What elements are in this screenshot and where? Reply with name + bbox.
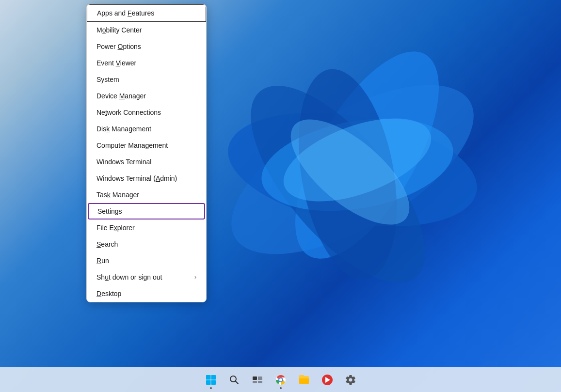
- desktop: Apps and Features Mobility Center Power …: [0, 0, 561, 392]
- taskbar-active-dot: [280, 387, 282, 389]
- paster-button[interactable]: [317, 369, 338, 391]
- start-button[interactable]: [200, 369, 222, 391]
- menu-item-label: Event Viewer: [96, 59, 136, 67]
- menu-item-label: Computer Management: [96, 141, 168, 149]
- menu-item-label: System: [96, 76, 119, 83]
- menu-item-settings[interactable]: Settings: [88, 203, 205, 220]
- svg-rect-14: [253, 376, 257, 380]
- chrome-icon: [275, 374, 287, 386]
- menu-item-apps-features[interactable]: Apps and Features: [87, 4, 206, 22]
- settings-taskbar-button[interactable]: [340, 369, 361, 391]
- svg-point-7: [274, 101, 426, 243]
- task-view-button[interactable]: [247, 369, 268, 391]
- svg-point-2: [267, 30, 467, 280]
- menu-item-desktop[interactable]: Desktop: [87, 285, 206, 302]
- menu-item-disk-management[interactable]: Disk Management: [87, 121, 206, 137]
- menu-item-run[interactable]: Run: [87, 252, 206, 269]
- svg-rect-8: [206, 375, 211, 380]
- menu-item-computer-management[interactable]: Computer Management: [87, 137, 206, 154]
- menu-item-task-manager[interactable]: Task Manager: [87, 187, 206, 203]
- svg-rect-15: [258, 376, 262, 380]
- search-taskbar-button[interactable]: [224, 369, 245, 391]
- context-menu: Apps and Features Mobility Center Power …: [86, 4, 207, 302]
- taskbar: [0, 367, 561, 392]
- submenu-arrow-icon: ›: [194, 274, 196, 281]
- menu-item-label: Search: [96, 240, 118, 248]
- search-icon: [229, 375, 240, 385]
- svg-rect-10: [206, 380, 211, 385]
- windows-logo-icon: [205, 374, 217, 386]
- svg-point-3: [221, 59, 455, 310]
- svg-point-4: [254, 105, 460, 225]
- menu-item-label: File Explorer: [96, 224, 135, 232]
- menu-item-label: Device Manager: [96, 92, 146, 100]
- svg-line-13: [235, 381, 238, 384]
- menu-item-label: Task Manager: [96, 191, 139, 199]
- menu-item-label: Desktop: [96, 290, 121, 298]
- menu-item-label: Shut down or sign out: [96, 273, 162, 281]
- file-explorer-button[interactable]: [293, 369, 315, 391]
- menu-item-event-viewer[interactable]: Event Viewer: [87, 55, 206, 71]
- svg-rect-16: [253, 381, 257, 383]
- taskbar-active-dot: [210, 387, 212, 389]
- svg-point-19: [279, 378, 282, 381]
- svg-rect-11: [211, 380, 216, 385]
- menu-item-system[interactable]: System: [87, 71, 206, 88]
- menu-item-label: Disk Management: [96, 125, 151, 133]
- menu-item-label: Run: [96, 257, 109, 265]
- menu-item-file-explorer[interactable]: File Explorer: [87, 220, 206, 236]
- svg-rect-17: [258, 381, 262, 383]
- menu-item-label: Network Connections: [96, 109, 161, 116]
- menu-item-shut-down[interactable]: Shut down or sign out ›: [87, 269, 206, 285]
- menu-item-windows-terminal-admin[interactable]: Windows Terminal (Admin): [87, 170, 206, 187]
- svg-point-5: [284, 62, 412, 287]
- menu-item-label: Apps and Features: [97, 9, 154, 17]
- wallpaper-bloom: [183, 0, 522, 368]
- paster-icon: [321, 374, 333, 386]
- svg-rect-9: [211, 375, 216, 380]
- menu-item-mobility-center[interactable]: Mobility Center: [87, 22, 206, 38]
- svg-point-0: [206, 51, 499, 288]
- svg-point-6: [273, 101, 442, 218]
- gear-icon: [345, 374, 356, 386]
- task-view-icon: [252, 375, 263, 385]
- svg-point-1: [219, 95, 486, 244]
- menu-item-label: Power Options: [96, 43, 141, 50]
- menu-item-search[interactable]: Search: [87, 236, 206, 252]
- menu-item-network-connections[interactable]: Network Connections: [87, 104, 206, 121]
- file-explorer-icon: [298, 374, 310, 386]
- menu-item-label: Windows Terminal (Admin): [96, 174, 177, 182]
- menu-item-label: Windows Terminal: [96, 158, 151, 166]
- menu-item-power-options[interactable]: Power Options: [87, 38, 206, 55]
- menu-item-windows-terminal[interactable]: Windows Terminal: [87, 154, 206, 170]
- menu-item-label: Settings: [97, 207, 122, 215]
- chrome-button[interactable]: [270, 369, 291, 391]
- menu-item-device-manager[interactable]: Device Manager: [87, 88, 206, 104]
- menu-item-label: Mobility Center: [96, 26, 142, 34]
